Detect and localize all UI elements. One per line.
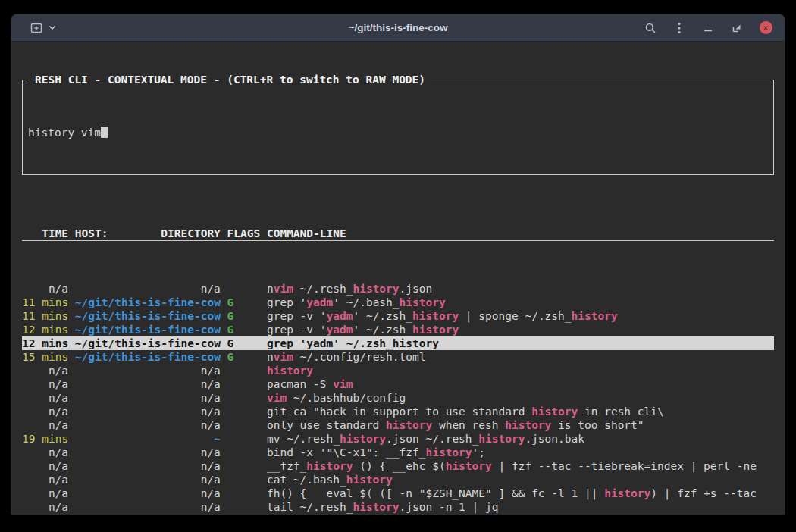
row-time: n/a <box>22 377 68 391</box>
row-flags <box>227 364 261 377</box>
row-flags <box>227 514 261 515</box>
row-command: history <box>267 364 774 377</box>
history-row[interactable]: 19 mins ~ mv ~/.resh_history.json ~/.res… <box>22 432 774 446</box>
header-host: HOST: <box>75 227 108 240</box>
kebab-menu-icon <box>678 22 681 34</box>
row-host-directory: ~/git/this-is-fine-cow <box>75 323 221 336</box>
new-terminal-icon <box>30 22 42 34</box>
row-host-directory: n/a <box>75 405 221 418</box>
row-flags <box>227 377 261 391</box>
row-command: only use standard history when resh hist… <box>267 418 774 432</box>
history-row[interactable]: n/a n/a cat ~/.bash_history <box>22 473 774 487</box>
history-row[interactable]: 11 mins ~/git/this-is-fine-cow G grep -v… <box>22 309 774 323</box>
row-command: EDITOR=$(nvim) <box>267 514 774 515</box>
row-command: pacman -S vim <box>267 377 774 391</box>
header-host-directory: HOST:DIRECTORY <box>75 227 221 240</box>
row-flags <box>227 432 261 446</box>
search-button[interactable] <box>641 18 660 38</box>
resh-search-box-title: RESH CLI - CONTEXTUAL MODE - (CTRL+R to … <box>30 73 431 86</box>
row-time: 11 mins <box>22 309 68 323</box>
history-row[interactable]: 11 mins ~/git/this-is-fine-cow G grep 'y… <box>22 296 774 309</box>
history-row[interactable]: n/a n/a EDITOR=$(nvim) <box>22 514 774 515</box>
history-row[interactable]: n/a n/a only use standard history when r… <box>22 418 774 432</box>
row-host-directory: ~/git/this-is-fine-cow <box>75 296 221 309</box>
history-row[interactable]: n/a n/a git ca "hack in support to use s… <box>22 405 774 418</box>
history-row[interactable]: 12 mins ~/git/this-is-fine-cow G grep -v… <box>22 323 774 336</box>
minimize-button[interactable] <box>698 18 718 38</box>
row-command: fh() { eval $( ([ -n "$ZSH_NAME" ] && fc… <box>267 487 774 500</box>
history-row[interactable]: 12 mins ~/git/this-is-fine-cow G grep 'y… <box>22 336 774 350</box>
row-time: n/a <box>22 418 68 432</box>
row-flags <box>227 405 261 418</box>
history-list: n/a n/a nvim ~/.resh_history.json 11 min… <box>22 282 774 515</box>
restore-button[interactable] <box>727 18 747 38</box>
row-command: bind -x '"\C-x1": __fzf_history'; <box>267 446 774 459</box>
history-row[interactable]: n/a n/a history <box>22 364 774 377</box>
header-command: COMMAND-LINE <box>267 227 774 240</box>
titlebar: ~/git/this-is-fine-cow <box>11 14 785 42</box>
row-flags: G <box>227 336 261 350</box>
row-time: 19 mins <box>22 432 68 446</box>
row-flags: G <box>227 309 261 323</box>
row-flags: G <box>227 296 261 309</box>
close-button[interactable]: ✕ <box>756 18 776 38</box>
search-query-text: history vim <box>28 127 101 139</box>
row-host-directory: n/a <box>75 514 221 515</box>
row-time: 15 mins <box>22 350 68 364</box>
search-input[interactable]: history vim <box>28 126 768 139</box>
row-host-directory: ~/git/this-is-fine-cow <box>75 336 221 350</box>
row-host-directory: n/a <box>75 282 221 296</box>
row-command: nvim ~/.config/resh.toml <box>267 350 774 364</box>
row-host-directory: n/a <box>75 459 221 473</box>
row-command: grep -v 'yadm' ~/.zsh_history | sponge ~… <box>267 309 774 323</box>
minimize-icon <box>704 23 713 33</box>
row-time: n/a <box>22 459 68 473</box>
new-terminal-button[interactable] <box>27 18 46 38</box>
row-time: n/a <box>22 282 68 296</box>
history-row[interactable]: n/a n/a vim ~/.bashhub/config <box>22 391 774 405</box>
row-flags: G <box>227 323 261 336</box>
chevron-down-icon <box>49 25 56 30</box>
history-row[interactable]: n/a n/a __fzf_history () { __ehc $(histo… <box>22 459 774 473</box>
row-host-directory: n/a <box>75 473 221 487</box>
history-row[interactable]: 15 mins ~/git/this-is-fine-cow G nvim ~/… <box>22 350 774 364</box>
history-row[interactable]: n/a n/a tail ~/.resh_history.json -n 1 |… <box>22 500 774 514</box>
history-row[interactable]: n/a n/a bind -x '"\C-x1": __fzf_history'… <box>22 446 774 459</box>
titlebar-left-group <box>27 18 58 38</box>
row-command: cat ~/.bash_history <box>267 473 774 487</box>
row-host-directory: ~/git/this-is-fine-cow <box>75 309 221 323</box>
text-cursor <box>101 127 108 138</box>
restore-window-icon <box>732 23 741 33</box>
row-command: tail ~/.resh_history.json -n 1 | jq <box>267 500 774 514</box>
row-time: n/a <box>22 446 68 459</box>
terminal-window: ~/git/this-is-fine-cow <box>11 14 785 515</box>
row-host-directory: n/a <box>75 364 221 377</box>
row-command: mv ~/.resh_history.json ~/.resh_history.… <box>267 432 774 446</box>
row-flags <box>227 391 261 405</box>
row-command: vim ~/.bashhub/config <box>267 391 774 405</box>
row-time: n/a <box>22 405 68 418</box>
row-time: n/a <box>22 500 68 514</box>
history-row[interactable]: n/a n/a fh() { eval $( ([ -n "$ZSH_NAME"… <box>22 487 774 500</box>
history-row[interactable]: n/a n/a nvim ~/.resh_history.json <box>22 282 774 296</box>
row-host-directory: n/a <box>75 487 221 500</box>
terminal-content: RESH CLI - CONTEXTUAL MODE - (CTRL+R to … <box>11 42 785 515</box>
menu-button[interactable] <box>669 18 689 38</box>
row-time: n/a <box>22 391 68 405</box>
new-terminal-dropdown-button[interactable] <box>47 18 58 38</box>
header-time: TIME <box>22 227 68 240</box>
row-command: nvim ~/.resh_history.json <box>267 282 774 296</box>
row-flags <box>227 487 261 500</box>
row-flags <box>227 473 261 487</box>
row-host-directory: n/a <box>75 377 221 391</box>
history-row[interactable]: n/a n/a pacman -S vim <box>22 377 774 391</box>
row-command: __fzf_history () { __ehc $(history | fzf… <box>267 459 774 473</box>
titlebar-right-group: ✕ <box>641 18 776 38</box>
row-time: 12 mins <box>22 336 68 350</box>
search-icon <box>644 22 657 34</box>
row-command: git ca "hack in support to use standard … <box>267 405 774 418</box>
header-directory: DIRECTORY <box>161 227 221 240</box>
row-time: n/a <box>22 514 68 515</box>
row-time: n/a <box>22 487 68 500</box>
row-time: 11 mins <box>22 296 68 309</box>
